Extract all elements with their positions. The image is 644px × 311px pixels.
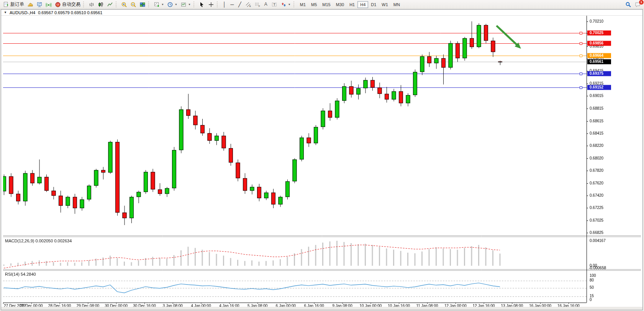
profiles-icon <box>27 2 33 8</box>
timeframe-button-M15[interactable]: M15 <box>320 1 333 8</box>
fibonacci-button[interactable]: F <box>253 1 262 8</box>
svg-text:T: T <box>273 3 275 7</box>
chevron-down-icon: ▼ <box>161 3 164 6</box>
auto-trading-label: 自动交易 <box>62 1 80 8</box>
timeframe-button-MN[interactable]: MN <box>391 1 403 8</box>
line-chart-icon <box>107 2 113 8</box>
chevron-down-icon: ▼ <box>175 3 177 6</box>
timeframe-button-H4[interactable]: H4 <box>357 1 368 8</box>
ohlc-readout: 0.69567 0.69579 0.69510 0.69561 <box>38 10 102 15</box>
collapse-icon[interactable]: ▼ <box>4 11 7 14</box>
zoom-in-icon <box>121 2 127 8</box>
mt4-application: { "toolbar": { "new_order_label": "新订单",… <box>0 0 644 311</box>
toolbar-grip <box>293 2 296 7</box>
chevron-down-icon: ▼ <box>288 3 291 6</box>
toolbar-grip <box>116 2 118 7</box>
search-button[interactable] <box>624 1 633 8</box>
timeframe-button-D1[interactable]: D1 <box>368 1 379 8</box>
vertical-line-button[interactable]: │ <box>221 1 228 8</box>
crosshair-icon <box>208 2 214 8</box>
macd-indicator-label: MACD(12,26,9) 0.002050 0.002634 <box>5 239 72 243</box>
signals-icon <box>46 2 52 8</box>
new-order-label: 新订单 <box>10 1 24 8</box>
timeframe-group: M1M5M15M30H1H4D1W1MN <box>297 1 403 8</box>
rsi-indicator-label: RSI(14) 54.2840 <box>5 272 36 276</box>
text-label-button[interactable]: T <box>270 1 279 8</box>
period-button[interactable]: ▼ <box>166 1 179 8</box>
chart-window: ▼ AUDUSD-,H4 0.69567 0.69579 0.69510 0.6… <box>1 9 643 310</box>
text-icon: A <box>264 2 267 7</box>
notification-button[interactable]: 1 <box>633 1 642 8</box>
equidistant-channel-icon: E <box>245 2 251 8</box>
timeframe-button-W1[interactable]: W1 <box>379 1 391 8</box>
candlestick-chart-button[interactable] <box>96 1 105 8</box>
tile-windows-button[interactable] <box>138 1 147 8</box>
auto-trading-button[interactable]: 自动交易 <box>53 1 82 8</box>
new-order-icon <box>3 2 9 8</box>
template-icon <box>180 2 187 8</box>
new-chart-button[interactable]: ▼ <box>152 1 166 8</box>
signals-button[interactable] <box>44 1 53 8</box>
zoom-out-icon <box>130 2 136 8</box>
symbol-period-label: AUDUSD-,H4 <box>10 10 35 15</box>
tile-windows-icon <box>139 2 146 8</box>
vertical-line-icon: │ <box>223 2 226 7</box>
notification-badge: 1 <box>639 0 644 5</box>
chart-title-bar[interactable]: ▼ AUDUSD-,H4 0.69567 0.69579 0.69510 0.6… <box>1 10 642 16</box>
toolbar-grip <box>148 2 151 7</box>
svg-text:E: E <box>249 5 251 7</box>
timeframe-button-M30[interactable]: M30 <box>333 1 347 8</box>
cursor-button[interactable] <box>197 1 206 8</box>
timeframe-button-H1[interactable]: H1 <box>347 1 357 8</box>
market-watch-button[interactable] <box>35 1 44 8</box>
profiles-button[interactable] <box>26 1 35 8</box>
arrows-button[interactable]: ▼ <box>279 1 292 8</box>
candlestick-chart-icon <box>98 2 104 8</box>
search-icon <box>625 2 631 8</box>
horizontal-line-icon: ─ <box>230 2 234 7</box>
bar-chart-icon <box>88 2 95 8</box>
arrows-icon <box>280 2 287 8</box>
crosshair-button[interactable] <box>206 1 216 8</box>
template-button[interactable]: ▼ <box>179 1 192 8</box>
market-watch-icon <box>36 2 43 8</box>
fibonacci-icon: F <box>254 2 261 8</box>
toolbar-grip <box>193 2 196 7</box>
toolbar-grip <box>217 2 219 7</box>
window-bottom-strip <box>1 307 642 310</box>
auto-trading-icon <box>55 2 61 8</box>
cursor-icon <box>199 2 205 8</box>
trendline-button[interactable]: ╱ <box>236 1 244 8</box>
new-order-button[interactable]: 新订单 <box>2 1 26 8</box>
price-chart-canvas[interactable] <box>3 16 641 308</box>
trendline-icon: ╱ <box>238 2 241 7</box>
toolbar: 新订单 自动交易 ▼ ▼ ▼ <box>0 0 644 9</box>
new-chart-icon <box>154 2 160 8</box>
svg-text:F: F <box>259 5 260 7</box>
toolbar-grip <box>83 2 85 7</box>
timeframe-button-M5[interactable]: M5 <box>308 1 320 8</box>
zoom-out-button[interactable] <box>129 1 138 8</box>
equidistant-channel-button[interactable]: E <box>244 1 253 8</box>
bar-chart-button[interactable] <box>87 1 96 8</box>
period-icon <box>167 2 173 8</box>
line-chart-button[interactable] <box>105 1 115 8</box>
zoom-in-button[interactable] <box>120 1 129 8</box>
chevron-down-icon: ▼ <box>188 3 191 6</box>
text-label-icon: T <box>271 2 277 8</box>
timeframe-button-M1[interactable]: M1 <box>297 1 308 8</box>
horizontal-line-button[interactable]: ─ <box>228 1 236 8</box>
text-button[interactable]: A <box>262 1 270 8</box>
